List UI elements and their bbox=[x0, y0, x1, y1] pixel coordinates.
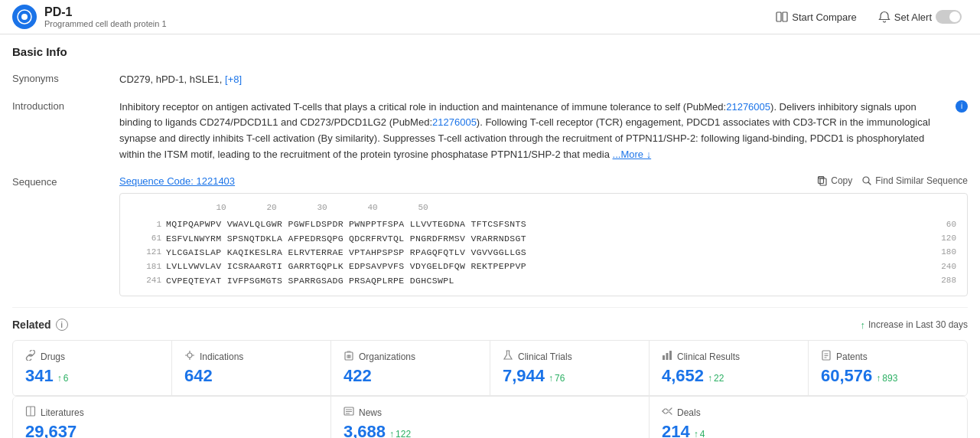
basic-info-title: Basic Info bbox=[12, 34, 968, 66]
svg-rect-16 bbox=[666, 353, 669, 360]
page-title: PD-1 bbox=[44, 5, 167, 19]
stat-item[interactable]: Deals 214 ↑ 4 bbox=[650, 397, 967, 438]
introduction-label: Introduction bbox=[12, 100, 119, 112]
seq-line-end: 60 bbox=[946, 218, 956, 232]
main-content: Basic Info Synonyms CD279, hPD-1, hSLE1,… bbox=[0, 34, 980, 438]
stat-label: Deals bbox=[677, 407, 701, 418]
sequence-ruler: 10 20 30 40 50 bbox=[171, 201, 956, 215]
sequence-line: 181LVLLVWVLAV ICSRAARGTI GARRTGQPLK EDPS… bbox=[131, 260, 956, 273]
delta-arrow: ↑ bbox=[389, 429, 394, 438]
stat-delta: ↑ 893 bbox=[876, 373, 897, 384]
related-title: Related bbox=[12, 319, 51, 331]
stat-delta: ↑ 122 bbox=[389, 429, 411, 438]
stat-item[interactable]: Indications 642 bbox=[172, 341, 331, 396]
stat-label: Clinical Trials bbox=[518, 351, 572, 362]
ruler-text: 10 20 30 40 50 bbox=[171, 201, 428, 215]
sequence-code-link[interactable]: Sequence Code: 1221403 bbox=[119, 175, 235, 187]
delta-value: 76 bbox=[555, 373, 565, 384]
stat-delta: ↑ 76 bbox=[549, 373, 565, 384]
bell-icon bbox=[878, 11, 890, 23]
stat-icon-chart bbox=[662, 350, 672, 363]
stat-icon-document bbox=[821, 350, 832, 363]
stat-item[interactable]: Organizations 422 bbox=[331, 341, 490, 396]
stat-icon-building bbox=[343, 350, 354, 363]
introduction-row: Introduction Inhibitory receptor on anti… bbox=[12, 93, 968, 169]
delta-arrow: ↑ bbox=[708, 373, 712, 384]
synonyms-label: Synonyms bbox=[12, 72, 119, 84]
sequence-line: 241CVPEQTEYAT IVFPSGMGTS SPARRGSADG PRSA… bbox=[131, 274, 956, 288]
sequence-header: Sequence Code: 1221403 Copy bbox=[119, 175, 968, 187]
alert-toggle[interactable] bbox=[936, 10, 962, 24]
svg-rect-15 bbox=[663, 355, 665, 360]
related-info-icon[interactable]: i bbox=[56, 319, 68, 331]
synonyms-more-link[interactable]: [+8] bbox=[225, 74, 242, 85]
seq-line-text: ESFVLNWYRM SPSNQTDKLA AFPEDRSQPG QDCRFRV… bbox=[166, 232, 936, 246]
stat-item[interactable]: Clinical Trials 7,944 ↑ 76 bbox=[490, 341, 650, 396]
stat-icon-flask bbox=[503, 350, 513, 363]
delta-value: 893 bbox=[882, 373, 897, 384]
start-compare-button[interactable]: Start Compare bbox=[770, 8, 863, 26]
stat-item[interactable]: Patents 60,576 ↑ 893 bbox=[809, 341, 967, 396]
stat-label: Patents bbox=[836, 351, 868, 362]
stat-value: 7,944 bbox=[503, 366, 545, 386]
related-header: Related i ↑ Increase in Last 30 days bbox=[12, 307, 968, 337]
pubmed-link-2[interactable]: 21276005 bbox=[432, 116, 477, 128]
find-similar-button[interactable]: Find Similar Sequence bbox=[861, 175, 968, 186]
stat-delta: ↑ 22 bbox=[708, 373, 724, 384]
stat-icon-news bbox=[343, 406, 354, 419]
related-left: Related i bbox=[12, 319, 68, 331]
svg-rect-3 bbox=[783, 12, 787, 21]
seq-line-end: 120 bbox=[941, 232, 956, 246]
stat-icon-link bbox=[25, 350, 36, 363]
stat-value: 3,688 bbox=[343, 422, 386, 438]
stat-label: Drugs bbox=[41, 351, 65, 362]
stat-delta: ↑ 4 bbox=[694, 429, 705, 438]
stat-item[interactable]: News 3,688 ↑ 122 bbox=[331, 397, 650, 438]
set-alert-button[interactable]: Set Alert bbox=[872, 7, 968, 27]
info-icon[interactable]: i bbox=[956, 100, 968, 113]
delta-arrow: ↑ bbox=[694, 429, 698, 438]
stat-icon-handshake bbox=[662, 406, 672, 419]
stat-value: 642 bbox=[184, 366, 213, 386]
sequence-actions: Copy Find Similar Sequence bbox=[817, 175, 968, 186]
stat-label: News bbox=[359, 407, 382, 418]
copy-button[interactable]: Copy bbox=[817, 175, 852, 186]
seq-line-text: CVPEQTEYAT IVFPSGMGTS SPARRGSADG PRSAQPL… bbox=[166, 274, 936, 288]
sequence-line: 121YLCGAISLAP KAQIKESLRA ELRVTERRAE VPTA… bbox=[131, 246, 956, 260]
set-alert-label: Set Alert bbox=[894, 11, 932, 23]
svg-rect-14 bbox=[349, 355, 350, 358]
seq-line-text: MQIPQAPWPV VWAVLQLGWR PGWFLDSPDR PWNPPTF… bbox=[166, 217, 942, 231]
seq-line-text: YLCGAISLAP KAQIKESLRA ELRVTERRAE VPTAHPS… bbox=[166, 246, 936, 260]
pubmed-link-1[interactable]: 21276005 bbox=[726, 101, 770, 113]
sequence-lines: 1MQIPQAPWPV VWAVLQLGWR PGWFLDSPDR PWNPPT… bbox=[131, 217, 956, 288]
header: PD-1 Programmed cell death protein 1 Sta… bbox=[0, 0, 980, 34]
stat-value: 422 bbox=[343, 366, 372, 386]
stat-label: Clinical Results bbox=[677, 351, 740, 362]
header-right: Start Compare Set Alert bbox=[770, 7, 968, 27]
stat-item[interactable]: Literatures 29,637 bbox=[13, 397, 331, 438]
sequence-box: 10 20 30 40 50 1MQIPQAPWPV VWAVLQLGWR PG… bbox=[119, 193, 968, 297]
delta-arrow: ↑ bbox=[57, 373, 62, 384]
seq-line-end: 180 bbox=[941, 246, 956, 260]
seq-line-text: LVLLVWVLAV ICSRAARGTI GARRTGQPLK EDPSAVP… bbox=[166, 260, 936, 273]
stat-item[interactable]: Drugs 341 ↑ 6 bbox=[13, 341, 172, 396]
seq-line-num: 121 bbox=[131, 246, 166, 260]
stat-item[interactable]: Clinical Results 4,652 ↑ 22 bbox=[650, 341, 809, 396]
seq-line-num: 61 bbox=[131, 232, 166, 246]
synonyms-row: Synonyms CD279, hPD-1, hSLE1, [+8] bbox=[12, 66, 968, 93]
delta-value: 122 bbox=[396, 429, 411, 438]
header-logo bbox=[12, 5, 37, 29]
stats-grid-2: Literatures 29,637 News 3,688 ↑ 122 Deal… bbox=[12, 397, 968, 438]
stat-value: 60,576 bbox=[821, 366, 872, 386]
sequence-line: 61ESFVLNWYRM SPSNQTDKLA AFPEDRSQPG QDCRF… bbox=[131, 232, 956, 246]
copy-label: Copy bbox=[831, 175, 852, 186]
more-link[interactable]: ...More ↓ bbox=[613, 149, 652, 160]
increase-arrow-icon: ↑ bbox=[860, 319, 865, 331]
delta-arrow: ↑ bbox=[549, 373, 553, 384]
copy-icon bbox=[817, 175, 828, 186]
header-left: PD-1 Programmed cell death protein 1 bbox=[12, 5, 167, 29]
stat-label: Organizations bbox=[359, 351, 415, 362]
svg-rect-17 bbox=[669, 351, 672, 360]
compare-icon bbox=[776, 11, 788, 23]
stat-icon-book bbox=[25, 406, 36, 419]
